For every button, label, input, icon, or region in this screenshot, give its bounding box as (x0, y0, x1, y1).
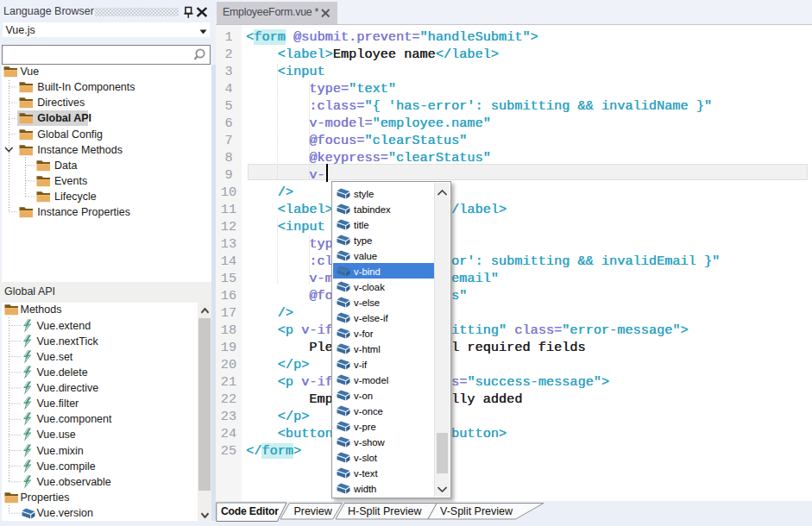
svg-text:V-Split Preview: V-Split Preview (440, 505, 513, 517)
svg-text:H-Split Preview: H-Split Preview (348, 505, 422, 517)
svg-text:Preview: Preview (293, 505, 332, 517)
svg-text:Code Editor: Code Editor (221, 505, 279, 517)
